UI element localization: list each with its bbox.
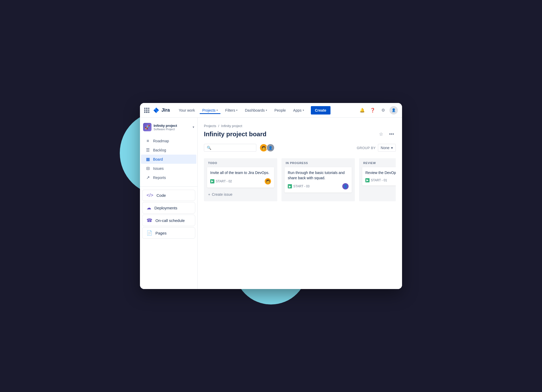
group-by-chevron-icon: ▾ bbox=[391, 146, 393, 150]
sidebar-item-backlog[interactable]: ☰ Backlog bbox=[141, 145, 196, 155]
nav-your-work[interactable]: Your work bbox=[176, 107, 198, 114]
project-type: Software Project bbox=[154, 128, 193, 131]
toolbar-row: 🔍 🧑 👤 GROUP BY None bbox=[204, 144, 396, 152]
group-by-select[interactable]: None ▾ bbox=[378, 144, 396, 152]
sidebar-item-board[interactable]: ▦ Board bbox=[141, 155, 196, 164]
projects-chevron: ▾ bbox=[216, 109, 218, 112]
sidebar-item-reports[interactable]: ↗ Reports bbox=[141, 173, 196, 182]
column-review: REVIEW Review the DevOps p... started. ▶… bbox=[359, 158, 396, 201]
column-review-header: REVIEW bbox=[362, 161, 396, 165]
card-start-03-text: Run through the basic tutorials and shar… bbox=[288, 170, 349, 181]
grid-icon[interactable] bbox=[144, 108, 149, 113]
reports-icon: ↗ bbox=[145, 175, 150, 180]
sidebar-item-oncall[interactable]: ☎ On-call schedule bbox=[142, 215, 195, 226]
card-start-02-text: Invite all of the team to Jira DevOps. bbox=[210, 170, 271, 176]
notifications-icon[interactable]: 🔔 bbox=[358, 106, 366, 115]
group-by-label: GROUP BY bbox=[357, 146, 376, 150]
column-in-progress-header: IN PROGRESS bbox=[285, 161, 352, 165]
sidebar-bottom-items: </> Code ☁ Deployments ☎ On-call schedul… bbox=[140, 186, 197, 240]
content-area: Projects / Infinity project Infinity pro… bbox=[198, 118, 402, 289]
project-icon: 🚀 bbox=[143, 123, 151, 131]
board-icon: ▦ bbox=[145, 157, 150, 162]
search-input[interactable] bbox=[213, 146, 253, 150]
screen-wrapper: Jira Your work Projects ▾ Filters ▾ Dash… bbox=[136, 98, 407, 294]
filters-chevron: ▾ bbox=[236, 109, 237, 112]
issue-icon-start-03: ▶ bbox=[288, 184, 292, 188]
code-icon: </> bbox=[147, 193, 153, 198]
breadcrumb: Projects / Infinity project bbox=[204, 124, 396, 128]
backlog-icon: ☰ bbox=[145, 148, 150, 153]
sidebar: 🚀 Infinity project Software Project ▾ ≡ … bbox=[140, 118, 198, 289]
avatars-row: 🧑 👤 bbox=[259, 144, 275, 152]
search-icon: 🔍 bbox=[207, 146, 211, 150]
apps-chevron: ▾ bbox=[303, 109, 304, 112]
project-chevron-icon: ▾ bbox=[193, 125, 194, 129]
main-area: 🚀 Infinity project Software Project ▾ ≡ … bbox=[140, 118, 402, 289]
sidebar-item-issues[interactable]: ⊟ Issues bbox=[141, 164, 196, 173]
settings-icon[interactable]: ⚙ bbox=[379, 106, 387, 115]
breadcrumb-projects[interactable]: Projects bbox=[204, 124, 216, 128]
dashboards-chevron: ▾ bbox=[266, 109, 267, 112]
column-in-progress: IN PROGRESS Run through the basic tutori… bbox=[281, 158, 355, 201]
card-avatar-start-03: 👤 bbox=[342, 183, 349, 189]
create-issue-button[interactable]: + Create issue bbox=[207, 191, 274, 198]
card-start-02[interactable]: Invite all of the team to Jira DevOps. ▶… bbox=[207, 167, 274, 188]
browser-window: Jira Your work Projects ▾ Filters ▾ Dash… bbox=[140, 103, 402, 289]
card-start-03[interactable]: Run through the basic tutorials and shar… bbox=[285, 167, 352, 193]
nav-apps[interactable]: Apps ▾ bbox=[291, 107, 307, 114]
roadmap-icon: ≡ bbox=[145, 139, 150, 143]
project-name: Infinity project bbox=[154, 124, 193, 128]
issue-badge-start-01: ▶ START - 01 bbox=[365, 178, 387, 182]
sidebar-item-pages[interactable]: 📄 Pages bbox=[142, 227, 195, 239]
column-todo-header: TODO bbox=[207, 161, 274, 165]
board-area: TODO Invite all of the team to Jira DevO… bbox=[204, 158, 396, 201]
issue-badge-start-03: ▶ START - 03 bbox=[288, 184, 310, 188]
nav-people[interactable]: People bbox=[272, 107, 289, 114]
issue-badge-start-02: ▶ START - 02 bbox=[210, 179, 232, 183]
nav-dashboards[interactable]: Dashboards ▾ bbox=[242, 107, 270, 114]
oncall-icon: ☎ bbox=[147, 217, 152, 223]
user-avatar[interactable]: 👤 bbox=[389, 106, 398, 115]
deployments-icon: ☁ bbox=[147, 205, 151, 211]
card-avatar-start-02: 🧑 bbox=[265, 178, 271, 184]
column-todo: TODO Invite all of the team to Jira DevO… bbox=[204, 158, 277, 201]
project-header[interactable]: 🚀 Infinity project Software Project ▾ bbox=[140, 121, 197, 133]
page-title-row: Infinity project board ☆ ••• bbox=[204, 130, 396, 138]
pages-icon: 📄 bbox=[147, 230, 152, 236]
sidebar-item-deployments[interactable]: ☁ Deployments bbox=[142, 202, 195, 214]
help-icon[interactable]: ❓ bbox=[368, 106, 377, 115]
search-box[interactable]: 🔍 bbox=[204, 144, 256, 152]
issue-icon-start-02: ▶ bbox=[210, 179, 214, 183]
page-title: Infinity project board bbox=[204, 130, 375, 138]
nav-filters[interactable]: Filters ▾ bbox=[223, 107, 240, 114]
breadcrumb-project[interactable]: Infinity project bbox=[221, 124, 242, 128]
card-start-01-text: Review the DevOps p... started. bbox=[365, 170, 396, 176]
sidebar-item-code[interactable]: </> Code bbox=[142, 190, 195, 201]
issues-icon: ⊟ bbox=[145, 166, 150, 171]
user-avatar-2[interactable]: 👤 bbox=[266, 144, 275, 152]
star-button[interactable]: ☆ bbox=[377, 130, 385, 138]
sidebar-item-roadmap[interactable]: ≡ Roadmap bbox=[141, 137, 196, 145]
top-nav: Jira Your work Projects ▾ Filters ▾ Dash… bbox=[140, 103, 402, 118]
jira-logo-text: Jira bbox=[161, 107, 170, 113]
create-button[interactable]: Create bbox=[311, 106, 331, 115]
group-by-row: GROUP BY None ▾ bbox=[357, 144, 396, 152]
plus-icon: + bbox=[208, 192, 210, 197]
card-start-01[interactable]: Review the DevOps p... started. ▶ START … bbox=[362, 167, 396, 186]
more-options-button[interactable]: ••• bbox=[387, 130, 396, 138]
nav-projects[interactable]: Projects ▾ bbox=[200, 107, 221, 114]
jira-logo[interactable]: Jira bbox=[153, 107, 170, 114]
issue-icon-start-01: ▶ bbox=[365, 178, 370, 182]
